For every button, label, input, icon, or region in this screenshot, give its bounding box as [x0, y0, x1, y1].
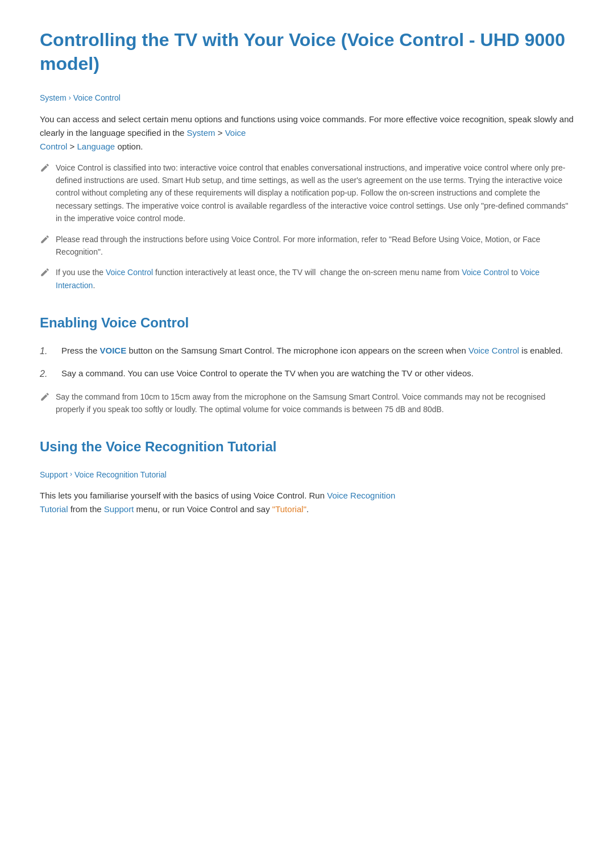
- section2-link-support[interactable]: Support: [104, 504, 134, 514]
- pencil-icon-4: [40, 392, 50, 402]
- breadcrumb-separator-2: ›: [70, 469, 72, 480]
- section1-note-text: Say the command from 10cm to 15cm away f…: [56, 391, 574, 416]
- intro-link-system[interactable]: System: [187, 128, 215, 138]
- note3-link-voice-control-2[interactable]: Voice Control: [462, 268, 509, 277]
- page-title: Controlling the TV with Your Voice (Voic…: [40, 28, 574, 76]
- pencil-icon-1: [40, 163, 50, 173]
- section2-link-tutorial-1[interactable]: Voice RecognitionTutorial: [40, 491, 395, 514]
- section1-title: Enabling Voice Control: [40, 312, 574, 334]
- breadcrumb-link-voice-control[interactable]: Voice Control: [73, 92, 121, 104]
- intro-suffix: option.: [117, 142, 143, 151]
- intro-chevron: >: [218, 128, 225, 138]
- breadcrumb-support-tutorial: Support › Voice Recognition Tutorial: [40, 468, 574, 481]
- breadcrumb-link-support[interactable]: Support: [40, 468, 68, 481]
- step1-link-voice[interactable]: VOICE: [100, 346, 127, 355]
- notes-list: Voice Control is classified into two: in…: [40, 161, 574, 292]
- breadcrumb-link-voice-recognition-tutorial[interactable]: Voice Recognition Tutorial: [74, 468, 167, 481]
- section2-paragraph: This lets you familiarise yourself with …: [40, 489, 574, 516]
- note-item-3: If you use the Voice Control function in…: [40, 266, 574, 292]
- section2-link-tutorial-quoted[interactable]: "Tutorial": [272, 504, 306, 514]
- note-text-2: Please read through the instructions bef…: [56, 233, 574, 259]
- intro-chevron2: >: [70, 142, 77, 151]
- note-text-3: If you use the Voice Control function in…: [56, 266, 574, 292]
- note-text-1: Voice Control is classified into two: in…: [56, 161, 574, 225]
- note-item-2: Please read through the instructions bef…: [40, 233, 574, 259]
- section1-note-1: Say the command from 10cm to 15cm away f…: [40, 391, 574, 416]
- steps-list: Press the VOICE button on the Samsung Sm…: [40, 344, 574, 381]
- step-1: Press the VOICE button on the Samsung Sm…: [40, 344, 574, 359]
- breadcrumb-separator-1: ›: [69, 93, 71, 103]
- pencil-icon-2: [40, 234, 50, 244]
- step1-link-voice-control[interactable]: Voice Control: [468, 346, 519, 355]
- section1-notes: Say the command from 10cm to 15cm away f…: [40, 391, 574, 416]
- step-2-text: Say a command. You can use Voice Control…: [61, 367, 474, 380]
- note3-link-voice-control-1[interactable]: Voice Control: [106, 268, 153, 277]
- breadcrumb-system-voice: System › Voice Control: [40, 92, 574, 104]
- pencil-icon-3: [40, 267, 50, 277]
- intro-paragraph: You can access and select certain menu o…: [40, 113, 574, 153]
- section2-title: Using the Voice Recognition Tutorial: [40, 436, 574, 458]
- intro-link-language[interactable]: Language: [77, 142, 115, 151]
- step-1-text: Press the VOICE button on the Samsung Sm…: [61, 344, 563, 358]
- note-item-1: Voice Control is classified into two: in…: [40, 161, 574, 225]
- breadcrumb-link-system[interactable]: System: [40, 92, 67, 104]
- step-2: Say a command. You can use Voice Control…: [40, 367, 574, 381]
